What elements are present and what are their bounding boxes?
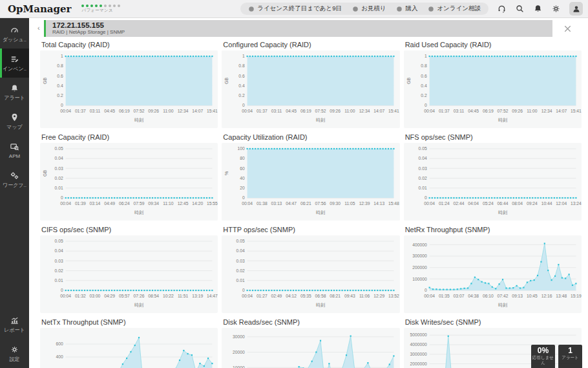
sidebar-item-dashboard[interactable]: ダッシュ..: [0, 19, 29, 49]
sidebar-item-label: 設定: [10, 356, 20, 363]
svg-text:2000000: 2000000: [410, 362, 426, 366]
svg-text:14:07: 14:07: [556, 109, 567, 113]
svg-text:14:47: 14:47: [207, 294, 218, 298]
svg-text:15:48: 15:48: [388, 201, 399, 206]
svg-text:10:45: 10:45: [527, 294, 538, 298]
chart-panel[interactable]: 00.010.020.030.040.0500:0401:2402:4404:0…: [404, 143, 582, 221]
svg-text:時刻: 時刻: [498, 210, 507, 215]
chart-panel[interactable]: 00.20.40.60.8100:0401:3703:1104:4506:190…: [404, 50, 582, 128]
svg-text:400: 400: [56, 354, 63, 359]
svg-text:0.2: 0.2: [239, 93, 246, 98]
svg-text:600: 600: [56, 341, 63, 346]
carousel-dot[interactable]: [90, 5, 93, 7]
status-badge-availability[interactable]: 0% 応答しません: [531, 345, 555, 368]
svg-text:11:06: 11:06: [359, 294, 370, 298]
svg-text:03:00: 03:00: [90, 294, 101, 298]
chart-panel[interactable]: 00.20.40.60.8100:0401:3703:1104:4506:190…: [40, 50, 218, 128]
svg-text:14:20: 14:20: [192, 201, 203, 206]
headset-icon[interactable]: [497, 4, 507, 14]
svg-text:0.4: 0.4: [239, 83, 246, 88]
pill-label: お見積り: [361, 5, 386, 13]
status-badge-alarms[interactable]: 1 アラート: [558, 345, 582, 368]
chart-panel[interactable]: 00.20.40.60.8100:0401:3703:1104:4506:190…: [222, 50, 399, 128]
svg-text:08:54: 08:54: [148, 294, 159, 298]
carousel-dot[interactable]: [86, 5, 89, 7]
chart-panel[interactable]: 00.010.020.030.040.0500:0401:3203:0004:2…: [40, 235, 218, 313]
sidebar-collapse-button[interactable]: ‹: [37, 25, 40, 32]
close-icon[interactable]: [563, 24, 572, 34]
status-badge-value: 0%: [531, 347, 555, 355]
svg-text:0: 0: [242, 195, 245, 200]
svg-text:02:49: 02:49: [271, 294, 282, 298]
sidebar-item-workflow[interactable]: ワークフ..: [0, 165, 29, 194]
chart-title: Disk Reads/sec (SNMP): [223, 318, 399, 326]
svg-text:04:04: 04:04: [468, 201, 479, 206]
carousel-dot[interactable]: [100, 5, 102, 7]
pill-button-license[interactable]: ライセンス終了日まであと9日: [244, 4, 346, 14]
purchase-icon: [396, 6, 403, 12]
chart-plot: 00.20.40.60.8100:0401:3703:1104:4506:190…: [40, 50, 218, 128]
svg-text:40: 40: [240, 176, 246, 180]
svg-text:13:24: 13:24: [571, 201, 582, 206]
chart-panel[interactable]: 00.010.020.030.040.0500:0401:3903:1404:4…: [40, 143, 218, 221]
svg-text:07:52: 07:52: [497, 109, 508, 113]
pill-button-purchase[interactable]: 購入: [392, 4, 422, 14]
carousel-dots[interactable]: [81, 5, 120, 7]
chart-title: HTTP ops/sec (SNMP): [223, 226, 399, 233]
svg-text:06:44: 06:44: [497, 201, 508, 206]
svg-text:12:34: 12:34: [359, 109, 370, 113]
sidebar-item-inventory[interactable]: インベン..: [0, 49, 29, 78]
chart-card-raid-used-capacity: Raid Used Capacity (RAID) 00.20.40.60.81…: [404, 40, 582, 128]
chart-panel[interactable]: 0100002000030000: [222, 328, 399, 368]
chart-title: NetTx Throughput (SNMP): [41, 318, 218, 326]
sidebar-item-maps[interactable]: マップ: [0, 107, 29, 136]
svg-text:03:11: 03:11: [453, 109, 464, 113]
carousel-dot[interactable]: [81, 5, 84, 7]
svg-text:04:38: 04:38: [468, 294, 479, 298]
sidebar-item-reports[interactable]: レポート: [0, 310, 29, 339]
svg-text:03:11: 03:11: [271, 109, 282, 113]
sidebar-item-alerts[interactable]: アラート: [0, 78, 29, 107]
chart-plot: 00.20.40.60.8100:0401:3703:1104:4506:190…: [404, 50, 582, 128]
svg-text:09:34: 09:34: [148, 201, 159, 206]
chart-panel[interactable]: 00.010.020.030.040.0500:0401:2702:4904:1…: [222, 235, 399, 313]
svg-text:09:26: 09:26: [512, 109, 523, 113]
carousel-dot[interactable]: [95, 5, 98, 7]
chart-title: Free Capacity (RAID): [41, 133, 218, 141]
svg-text:0.8: 0.8: [421, 63, 427, 68]
sidebar-item-settings[interactable]: 設定: [0, 339, 29, 368]
chart-plot: 00.20.40.60.8100:0401:3703:1104:4506:190…: [222, 50, 399, 128]
chart-panel[interactable]: 010000020000030000040000000:0401:3503:07…: [404, 235, 582, 313]
carousel-label: パフォーマンス: [81, 8, 113, 14]
svg-text:0.4: 0.4: [57, 83, 63, 88]
carousel-dot[interactable]: [109, 5, 111, 7]
chart-title: Disk Writes/sec (SNMP): [405, 318, 582, 326]
chart-panel[interactable]: 02040608010000:0401:3803:1304:4706:2107:…: [222, 143, 399, 221]
pill-button-group: ライセンス終了日まであと9日 お見積り 購入 オンライン相談: [240, 3, 488, 15]
sidebar-item-label: ダッシュ..: [3, 36, 26, 43]
svg-text:00:04: 00:04: [424, 109, 435, 113]
workflow-icon: [10, 171, 19, 180]
svg-text:200000: 200000: [412, 265, 427, 270]
dashboard-carousel[interactable]: パフォーマンス: [81, 5, 120, 14]
gear-icon[interactable]: [551, 4, 561, 14]
chart-title: Total Capacity (RAID): [41, 41, 218, 49]
svg-text:07:56: 07:56: [315, 201, 326, 206]
carousel-dot[interactable]: [113, 5, 116, 7]
svg-text:1: 1: [242, 54, 245, 58]
chart-title: Capacity Utilization (RAID): [223, 133, 399, 141]
status-badges: 0% 応答しません 1 アラート: [531, 345, 582, 368]
sidebar-item-apm[interactable]: APM: [0, 136, 29, 165]
bell-icon[interactable]: [533, 4, 543, 14]
carousel-dot[interactable]: [118, 5, 120, 7]
chart-panel[interactable]: 0200400600: [40, 328, 218, 368]
inventory-icon: [10, 54, 19, 64]
svg-text:04:29: 04:29: [104, 294, 115, 298]
pill-button-quote[interactable]: お見積り: [348, 4, 390, 14]
carousel-dot[interactable]: [104, 5, 107, 7]
svg-text:12:45: 12:45: [178, 201, 189, 206]
pill-button-consult[interactable]: オンライン相談: [423, 4, 485, 14]
svg-text:0.8: 0.8: [57, 63, 63, 68]
search-icon[interactable]: [515, 4, 525, 14]
user-avatar[interactable]: [569, 2, 583, 16]
